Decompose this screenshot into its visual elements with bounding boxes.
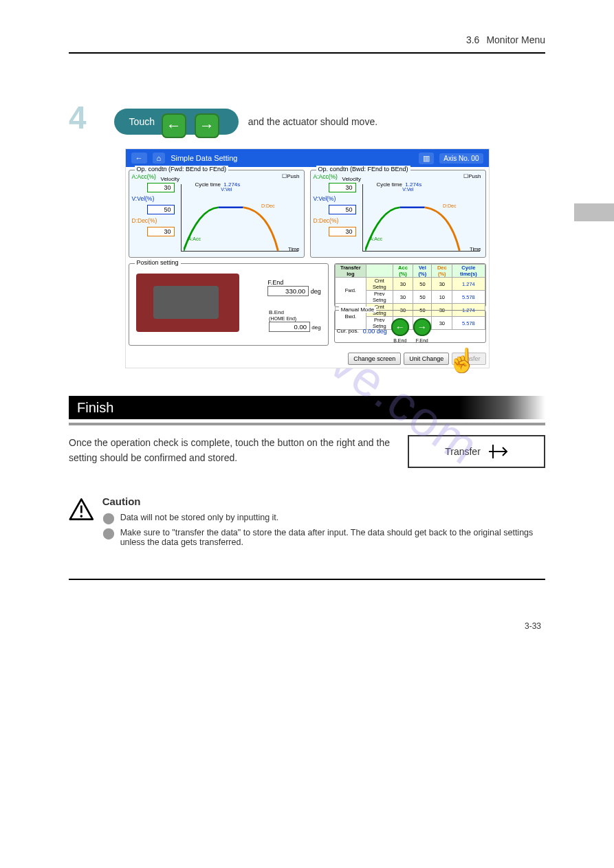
caution-box: Caution ⬤Data will not be stored only by… (69, 496, 545, 551)
app-header: ← ⌂ Simple Data Setting ▥ Axis No. 00 (126, 149, 489, 167)
jog-left-icon: ← (162, 113, 186, 138)
bwd-title: Op. condtn (Bwd: FEnd to BEnd) (316, 166, 410, 173)
pin-icon: ⬤ (102, 528, 115, 539)
fwd-graph: Velocity Cycle time 1.274s Time V:Vel A:… (181, 184, 298, 252)
bwd-push[interactable]: ☐Push (463, 173, 481, 179)
footer-rule (69, 579, 545, 580)
position-panel: Position setting F.End 330.00 deg B.End … (129, 263, 329, 346)
fwd-acc-input[interactable]: 30 (147, 183, 175, 192)
step-after: and the actuator should move. (248, 116, 377, 127)
axis-number: Axis No. 00 (439, 153, 483, 164)
fwd-push[interactable]: ☐Push (282, 173, 299, 179)
bwd-panel: Op. condtn (Bwd: FEnd to BEnd) ☐Push A:A… (310, 170, 486, 258)
bwd-graph: Velocity Cycle time 1.274s Time V:Vel A:… (362, 184, 480, 252)
motor-illustration (136, 274, 239, 332)
change-screen-button[interactable]: Change screen (348, 353, 401, 365)
caution-title: Caution (102, 496, 545, 507)
position-title: Position setting (135, 259, 181, 266)
fwd-panel: Op. condtn (Fwd: BEnd to FEnd) ☐Push A:A… (129, 170, 305, 258)
warning-icon (69, 496, 94, 523)
pointing-hand-icon: ☝ (448, 348, 476, 372)
svg-point-4 (80, 515, 83, 518)
bwd-acc-input[interactable]: 30 (329, 183, 356, 192)
caution-bullet-2: Make sure to "transfer the data" to stor… (120, 528, 545, 547)
transfer-icon (489, 445, 508, 458)
jog-right-icon: → (195, 113, 219, 138)
step-row: 4 Touch ← → and the actuator should move… (69, 102, 545, 135)
transfer-log: Transfer log Acc (%) Vel (%) Dec (%) Cyc… (334, 263, 486, 307)
finish-section: Finish Once the operation check is compl… (69, 396, 545, 468)
running-header: 3.6 Monitor Menu (69, 34, 545, 45)
finish-paragraph: Once the operation check is complete, to… (69, 435, 395, 466)
touch-pill: Touch ← → (114, 109, 239, 135)
screenshot: ← ⌂ Simple Data Setting ▥ Axis No. 00 Op… (125, 148, 490, 368)
page-tab-marker (574, 203, 614, 221)
chart-icon[interactable]: ▥ (419, 153, 434, 164)
page-number: 3-33 (69, 621, 545, 631)
jog-fend-button[interactable]: → (413, 318, 431, 336)
fwd-vel-input[interactable]: 50 (147, 205, 175, 214)
back-button[interactable]: ← (131, 153, 147, 164)
section-code: 3.6 (466, 34, 479, 45)
fwd-dec-input[interactable]: 30 (147, 227, 175, 236)
caution-bullet-1: Data will not be stored only by inputtin… (120, 513, 279, 522)
section-title: Monitor Menu (486, 34, 545, 45)
pin-icon: ⬤ (102, 513, 115, 524)
header-rule (69, 52, 545, 54)
step-text: Touch ← → and the actuator should move. (114, 109, 545, 135)
finish-title: Finish (69, 396, 545, 419)
app-title: Simple Data Setting (171, 154, 237, 162)
transfer-callout: Transfer (408, 435, 545, 468)
unit-change-button[interactable]: Unit Change (404, 353, 449, 365)
jog-bend-button[interactable]: ← (391, 318, 409, 336)
step-number: 4 (69, 102, 87, 133)
current-position: 0.00 deg (363, 328, 387, 335)
manual-mode: Manual Mode Cur. pos. 0.00 deg ← B.End →… (334, 310, 486, 343)
bwd-dec-input[interactable]: 30 (329, 227, 356, 236)
fwd-title: Op. condtn (Fwd: BEnd to FEnd) (135, 166, 229, 173)
fend-input[interactable]: 330.00 (267, 286, 309, 296)
bwd-vel-input[interactable]: 50 (329, 205, 356, 214)
bend-input[interactable]: 0.00 (269, 322, 310, 332)
home-button[interactable]: ⌂ (153, 153, 166, 164)
